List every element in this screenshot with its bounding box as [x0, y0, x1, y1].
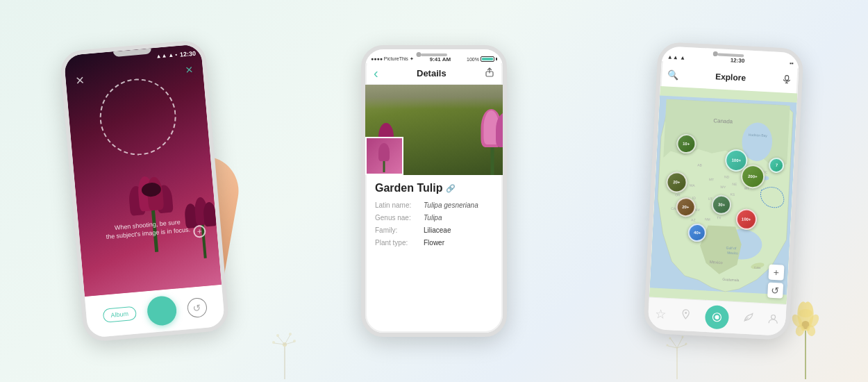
leaf-icon[interactable]: [742, 311, 754, 326]
search-icon[interactable]: 🔍: [667, 69, 679, 80]
svg-text:WY: WY: [720, 185, 726, 189]
genus-label: Genus nae:: [375, 214, 424, 222]
plant-name-header: Garden Tulip 🔗: [375, 182, 493, 194]
latin-name-value: Tulipa gesneriana: [424, 201, 478, 209]
phone1-signal: ▲▲: [156, 52, 167, 59]
type-value: Flower: [424, 239, 444, 247]
zoom-out-button[interactable]: ↺: [767, 283, 783, 299]
genus-value: Tulipa: [424, 214, 442, 222]
svg-text:NM: NM: [705, 217, 710, 221]
svg-text:Canada: Canada: [713, 117, 733, 124]
flip-camera-button[interactable]: ↺: [187, 297, 208, 318]
latin-name-label: Latin name:: [375, 201, 424, 209]
svg-text:OR: OR: [675, 193, 681, 197]
svg-text:AB: AB: [697, 163, 703, 167]
svg-point-59: [667, 344, 669, 347]
phone1: ▲▲ ▲ ▪ 12:30: [59, 40, 230, 343]
svg-line-55: [668, 346, 677, 348]
svg-text:WA: WA: [689, 184, 695, 188]
location-icon[interactable]: [680, 308, 692, 322]
svg-point-62: [801, 321, 810, 329]
svg-point-41: [771, 315, 775, 319]
svg-line-56: [677, 344, 686, 348]
svg-text:CA: CA: [671, 207, 676, 210]
phone1-wifi: ▲: [168, 52, 174, 59]
phone1-battery-icon: ▪: [175, 51, 178, 58]
svg-point-49: [289, 333, 292, 335]
thumbnail-image[interactable]: [365, 137, 403, 175]
phone1-wrapper: ▲▲ ▲ ▪ 12:30: [72, 45, 217, 337]
family-label: Family:: [375, 226, 424, 234]
svg-rect-1: [785, 75, 788, 80]
svg-text:UT: UT: [708, 197, 712, 201]
type-label: Plant type:: [375, 239, 424, 247]
svg-text:KS: KS: [730, 193, 735, 197]
svg-point-51: [293, 340, 296, 342]
svg-text:AZ: AZ: [691, 218, 696, 222]
back-button[interactable]: ‹: [374, 66, 378, 80]
svg-line-54: [677, 338, 683, 348]
svg-point-50: [272, 341, 275, 344]
phone2-carrier: ●●●● PictureThis ✦: [371, 56, 414, 62]
profile-icon[interactable]: [767, 313, 779, 327]
phone1-status-icons: ▲▲ ▲ ▪: [156, 51, 177, 60]
svg-text:TX: TX: [717, 216, 721, 219]
phone2-wrapper: ●●●● PictureThis ✦ 9:41 AM 100% ‹ Detail…: [361, 45, 507, 337]
plant-name-text: Garden Tulip: [375, 182, 442, 194]
phone3-time: 12:30: [730, 57, 744, 64]
album-button[interactable]: Album: [103, 306, 137, 323]
svg-line-53: [671, 339, 677, 348]
explore-map[interactable]: Canada Hudson Bay States Gulf of Mexico …: [649, 86, 798, 304]
svg-point-60: [685, 343, 687, 345]
map-cluster-20-left[interactable]: 20+: [665, 171, 687, 193]
svg-point-57: [669, 338, 671, 340]
phone2-time: 9:41 AM: [430, 56, 451, 63]
svg-line-45: [285, 335, 290, 344]
svg-text:ND: ND: [724, 175, 730, 178]
zoom-in-button[interactable]: +: [768, 265, 784, 281]
microphone-icon[interactable]: [782, 74, 792, 86]
details-title: Details: [417, 68, 446, 78]
svg-text:Mexico: Mexico: [709, 260, 723, 265]
phone1-camera-view: ✕ ✕ When shooting, be sure the subject's…: [64, 44, 222, 297]
phone3-battery: ▪▪: [790, 60, 794, 66]
phone3-wrapper: ▲▲ ▲ 12:30 ▪▪ 🔍 Explore: [651, 45, 796, 337]
latin-name-row: Latin name: Tulipa gesneriana: [375, 201, 493, 209]
close-icon-2[interactable]: ✕: [185, 64, 194, 76]
svg-text:Cuba: Cuba: [753, 265, 760, 269]
svg-text:MT: MT: [709, 178, 714, 181]
phone3-signal: ▲▲ ▲: [667, 53, 685, 60]
phone2: ●●●● PictureThis ✦ 9:41 AM 100% ‹ Detail…: [361, 45, 507, 337]
svg-point-65: [799, 309, 812, 317]
svg-text:NE: NE: [732, 183, 737, 186]
favorites-icon[interactable]: ☆: [655, 306, 667, 322]
capture-button[interactable]: [146, 295, 178, 327]
camera-capture-button[interactable]: [704, 304, 729, 329]
plant-info-section: Garden Tulip 🔗 Latin name: Tulipa gesner…: [365, 175, 503, 333]
plant-link-icon[interactable]: 🔗: [446, 184, 456, 193]
close-icon[interactable]: ✕: [75, 74, 85, 88]
svg-line-46: [274, 343, 285, 344]
svg-point-40: [715, 315, 719, 319]
svg-text:Mexico: Mexico: [727, 251, 738, 256]
phone2-battery: 100%: [467, 56, 497, 62]
svg-point-67: [806, 324, 817, 338]
svg-line-44: [278, 336, 285, 344]
plant-type-row: Plant type: Flower: [375, 239, 493, 247]
genus-row: Genus nae: Tulipa: [375, 214, 493, 222]
explore-title: Explore: [715, 72, 746, 83]
svg-point-43: [283, 342, 287, 347]
family-value: Liliaceae: [424, 226, 451, 234]
phone2-header: ‹ Details: [365, 63, 503, 85]
phone1-time: 12:30: [180, 49, 197, 58]
share-button[interactable]: [485, 67, 494, 79]
svg-point-48: [276, 334, 279, 337]
phone2-status-bar: ●●●● PictureThis ✦ 9:41 AM 100%: [365, 49, 503, 63]
svg-point-64: [807, 313, 821, 329]
svg-line-47: [285, 342, 294, 344]
svg-text:NV: NV: [694, 208, 700, 212]
svg-text:Gulf of: Gulf of: [726, 247, 736, 251]
battery-icon: [481, 56, 494, 62]
family-row: Family: Liliaceae: [375, 226, 493, 234]
plant-image-container: [365, 85, 503, 175]
